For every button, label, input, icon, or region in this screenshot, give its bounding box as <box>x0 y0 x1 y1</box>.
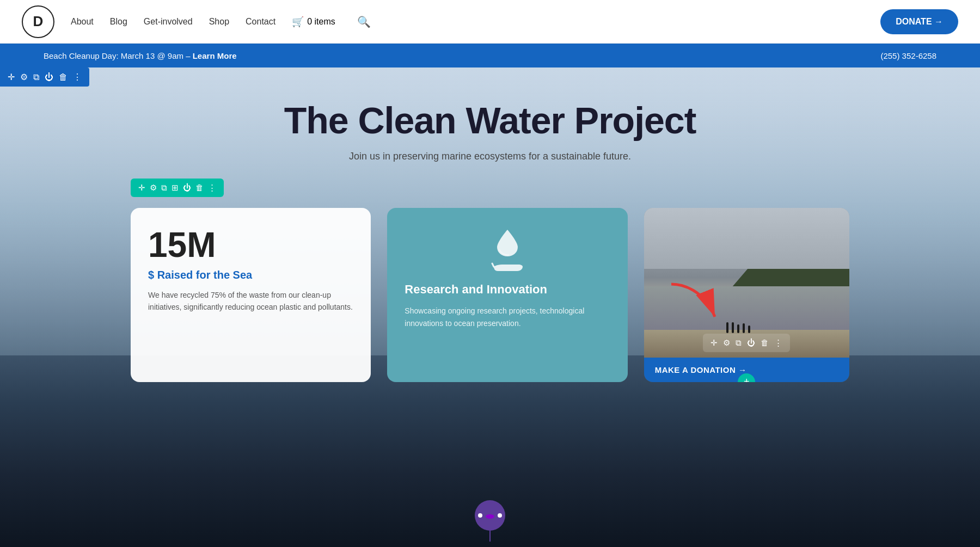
water-drop-icon <box>494 228 521 262</box>
site-logo[interactable]: D <box>22 5 54 38</box>
chatbot-bubble[interactable] <box>475 500 505 531</box>
nav-get-involved[interactable]: Get-involved <box>144 17 193 27</box>
chatbot-eye-left <box>478 513 482 518</box>
research-card: Research and Innovation Showcasing ongoi… <box>387 208 627 382</box>
nav-contact[interactable]: Contact <box>246 17 275 27</box>
announcement-phone: (255) 352-6258 <box>880 51 936 60</box>
donation-card: ✛ ⚙ ⧉ ⏻ 🗑 ⋮ MAKE A DONATION → + <box>644 208 849 382</box>
chatbot-face <box>478 512 502 519</box>
card-stat-label: $ Raised for the Sea <box>148 269 353 281</box>
people-silhouettes <box>726 322 750 333</box>
add-block-icon[interactable]: ✛ <box>8 72 15 82</box>
chatbot-eye-right <box>498 513 502 518</box>
learn-more-link[interactable]: Learn More <box>193 51 237 60</box>
hero-title: The Clean Water Project <box>284 100 696 141</box>
research-card-icon-area <box>405 228 610 273</box>
hero-subtitle: Join us in preserving marine ecosystems … <box>284 151 696 162</box>
nav-about[interactable]: About <box>71 17 94 27</box>
img-duplicate-icon[interactable]: ⧉ <box>736 338 742 348</box>
power-icon[interactable]: ⏻ <box>45 72 53 82</box>
img-power-icon[interactable]: ⏻ <box>747 338 755 347</box>
nav-shop[interactable]: Shop <box>209 17 229 27</box>
section-more-icon[interactable]: ⋮ <box>208 183 216 193</box>
cards-row: 15M $ Raised for the Sea We have recycle… <box>0 208 980 382</box>
section-delete-icon[interactable]: 🗑 <box>195 183 204 192</box>
section-add-icon[interactable]: ✛ <box>138 183 145 193</box>
donate-button[interactable]: DONATE → <box>880 9 958 34</box>
card-image-toolbar: ✛ ⚙ ⧉ ⏻ 🗑 ⋮ <box>703 334 790 352</box>
section-settings-icon[interactable]: ⚙ <box>150 183 157 193</box>
img-add-icon[interactable]: ✛ <box>710 338 718 348</box>
cart-button[interactable]: 🛒 0 items <box>292 16 335 28</box>
chatbot-mouth <box>486 514 494 519</box>
coastal-scene <box>644 208 849 382</box>
duplicate-icon[interactable]: ⧉ <box>33 72 39 82</box>
delete-icon[interactable]: 🗑 <box>59 72 68 82</box>
section-power-icon[interactable]: ⏻ <box>183 183 191 192</box>
card-stat-number: 15M <box>148 228 353 262</box>
stat-card: 15M $ Raised for the Sea We have recycle… <box>131 208 371 382</box>
more-icon[interactable]: ⋮ <box>73 72 82 82</box>
hero-section: The Clean Water Project Join us in prese… <box>0 67 980 547</box>
hero-content: The Clean Water Project Join us in prese… <box>284 100 696 162</box>
chatbot-widget[interactable] <box>475 500 505 542</box>
card-stat-desc: We have recycled 75% of the waste from o… <box>148 289 353 314</box>
editor-toolbar-top: ✛ ⚙ ⧉ ⏻ 🗑 ⋮ <box>0 67 89 87</box>
research-card-desc: Showcasing ongoing research projects, te… <box>405 305 610 329</box>
settings-icon[interactable]: ⚙ <box>20 72 28 82</box>
research-card-title: Research and Innovation <box>405 282 610 298</box>
coastal-image <box>644 208 849 382</box>
search-button[interactable]: 🔍 <box>357 15 371 28</box>
announcement-bar: Beach Cleanup Day: March 13 @ 9am – Lear… <box>0 44 980 67</box>
cart-icon: 🛒 <box>292 16 304 28</box>
img-delete-icon[interactable]: 🗑 <box>761 338 769 347</box>
section-grid-icon[interactable]: ⊞ <box>171 183 179 193</box>
img-more-icon[interactable]: ⋮ <box>774 338 782 348</box>
nav-blog[interactable]: Blog <box>110 17 127 27</box>
section-duplicate-icon[interactable]: ⧉ <box>161 183 167 193</box>
announcement-text: Beach Cleanup Day: March 13 @ 9am – Lear… <box>44 51 237 60</box>
cart-count: 0 items <box>307 17 335 27</box>
make-donation-button[interactable]: MAKE A DONATION → <box>655 365 747 374</box>
img-settings-icon[interactable]: ⚙ <box>723 338 730 348</box>
site-header: D About Blog Get-involved Shop Contact 🛒… <box>0 0 980 44</box>
chatbot-line <box>489 531 491 542</box>
section-toolbar: ✛ ⚙ ⧉ ⊞ ⏻ 🗑 ⋮ <box>131 179 224 197</box>
main-nav: About Blog Get-involved Shop Contact 🛒 0… <box>71 15 880 28</box>
